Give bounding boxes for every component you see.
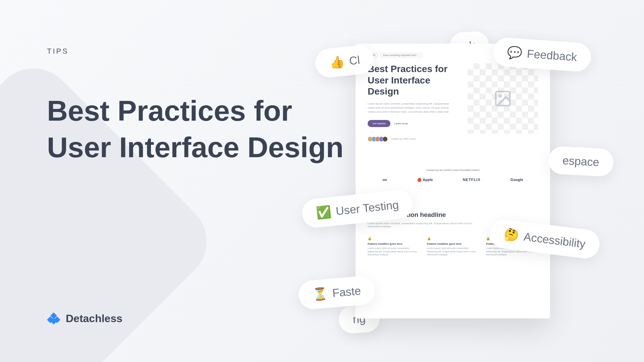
lock-icon: 🔒	[427, 237, 479, 240]
google-logo: Google	[511, 178, 523, 182]
avatar	[382, 136, 388, 142]
pill-label: Faste	[332, 284, 361, 299]
image-icon	[493, 89, 512, 108]
feature-item: 🔒 Feature headline goes here Lorem ipsum…	[368, 237, 420, 256]
hourglass-icon: ⏳	[312, 286, 328, 302]
feature-headline: Feature headline goes here	[427, 242, 479, 245]
mock-hero-left: Best Practices for User Interface Design…	[368, 63, 454, 142]
amazon-logo: on	[383, 178, 387, 182]
pill-label: Feedback	[527, 47, 578, 63]
pill-label: espace	[562, 154, 600, 169]
netflix-logo: NETFLIX	[463, 178, 481, 182]
features-desc: Lorem ipsum dolor sit amet, consectetur …	[368, 222, 478, 228]
pill-label: Cl	[348, 53, 361, 67]
logos-title: Trusted by the world's most innovative t…	[368, 169, 538, 172]
pill-label: Accessibility	[523, 230, 586, 250]
speech-bubble-icon: 💬	[507, 45, 523, 60]
mock-cta-row: Get started Learn more	[368, 120, 454, 127]
page-title: Best Practices for User Interface Design	[47, 93, 349, 166]
brand: Detachless	[47, 312, 122, 325]
trusted-text: Trusted by 1500+ users	[391, 138, 416, 140]
thumbs-up-icon: 👍	[329, 54, 345, 70]
mock-trusted-row: Trusted by 1500+ users	[368, 136, 454, 142]
mockup-page: NEW Show something important here! → Bes…	[356, 44, 550, 318]
brand-name: Detachless	[66, 312, 122, 325]
pill-whitespace: espace	[548, 146, 614, 177]
feature-item: 🔒 Feature headline goes here Lorem ipsum…	[427, 237, 479, 256]
mock-desc: Lorem ipsum dolor sit amet, consectetur …	[368, 102, 454, 114]
image-placeholder	[468, 63, 538, 134]
get-started-button[interactable]: Get started	[368, 120, 390, 127]
feature-text: Lorem ipsum dolor sit amet, consectetur …	[427, 247, 479, 256]
checkmark-icon: ✅	[315, 204, 332, 220]
apple-logo: 🍎 Apple	[417, 178, 433, 182]
learn-more-link[interactable]: Learn more	[394, 122, 408, 125]
feature-text: Lorem ipsum dolor sit amet, consectetur …	[368, 247, 420, 256]
mock-hero: Best Practices for User Interface Design…	[368, 63, 538, 142]
feature-headline: Feature headline goes here	[368, 242, 420, 245]
avatar-stack	[368, 136, 388, 142]
logos-row: on 🍎 Apple NETFLIX Google	[368, 178, 538, 182]
svg-point-1	[499, 95, 501, 97]
lock-icon: 🔒	[368, 237, 420, 240]
thinking-face-icon: 🤔	[503, 227, 520, 243]
pill-label: User Testing	[335, 198, 399, 218]
announcement-badge: Show something important here! →	[380, 53, 422, 57]
mock-title: Best Practices for User Interface Design	[368, 63, 454, 97]
detachless-logo-icon	[47, 312, 60, 325]
apple-icon: 🍎	[417, 178, 422, 182]
